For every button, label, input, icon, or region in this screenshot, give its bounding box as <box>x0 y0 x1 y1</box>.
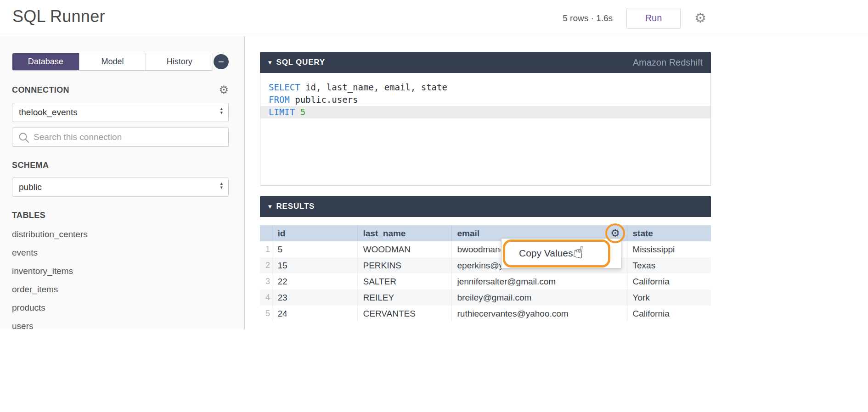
cell-id: 23 <box>272 290 357 306</box>
connection-select[interactable]: thelook_events ▴▾ <box>12 103 229 122</box>
table-item-order_items[interactable]: order_items <box>12 281 229 299</box>
search-icon <box>18 132 30 145</box>
run-button[interactable]: Run <box>626 8 681 29</box>
cell-state: California <box>627 306 711 322</box>
table-row: 15WOODMANbwoodman@Mississippi <box>260 241 711 257</box>
column-header-state[interactable]: state <box>627 225 711 241</box>
sql-editor[interactable]: SELECT id, last_name, email, stateFROM p… <box>260 73 711 186</box>
results-table: idlast_nameemailstate 15WOODMANbwoodman@… <box>260 225 711 322</box>
results-panel-title: RESULTS <box>276 202 315 211</box>
connection-select-value: thelook_events <box>19 107 78 117</box>
row-number: 4 <box>260 290 272 306</box>
cell-id: 22 <box>272 273 357 290</box>
table-row: 215PERKINSeperkins@yaTexas <box>260 257 711 273</box>
cell-email: jennifersalter@gmail.com <box>451 273 627 290</box>
cell-email: breiley@gmail.com <box>451 290 627 306</box>
top-bar-actions: 5 rows · 1.6s Run ⚙ <box>563 0 706 36</box>
results-body: 15WOODMANbwoodman@Mississippi215PERKINSe… <box>260 241 711 322</box>
tables-list: distribution_centerseventsinventory_item… <box>12 226 229 336</box>
table-item-users[interactable]: users <box>12 317 229 336</box>
top-bar: SQL Runner 5 rows · 1.6s Run ⚙ <box>0 0 868 36</box>
sidebar: DatabaseModelHistory − CONNECTION ⚙ thel… <box>0 36 245 329</box>
query-status-text: 5 rows · 1.6s <box>563 13 613 23</box>
results-header-row: idlast_nameemailstate <box>260 225 711 241</box>
cell-email: ruthiecervantes@yahoo.com <box>451 306 627 322</box>
row-number: 5 <box>260 306 272 322</box>
column-header-last_name[interactable]: last_name <box>357 225 451 241</box>
minus-icon: − <box>218 56 224 68</box>
cell-last_name: SALTER <box>357 273 451 290</box>
connection-heading: CONNECTION <box>12 85 69 95</box>
dialect-label: Amazon Redshift <box>633 57 703 68</box>
annotation-highlight-circle: ⚙ <box>605 223 625 243</box>
column-context-menu: Copy Values <box>501 238 621 268</box>
schema-select-value: public <box>19 182 42 192</box>
code-line: LIMIT 5 <box>260 106 710 118</box>
cell-state: California <box>627 273 711 290</box>
row-number: 3 <box>260 273 272 290</box>
row-number-header <box>260 225 272 241</box>
tab-model[interactable]: Model <box>79 53 147 70</box>
table-row: 524CERVANTESruthiecervantes@yahoo.comCal… <box>260 306 711 322</box>
cell-id: 5 <box>272 241 357 257</box>
sidebar-tabs-row: DatabaseModelHistory − <box>12 53 229 71</box>
results-panel-header: ▾ RESULTS <box>260 196 711 217</box>
table-item-distribution_centers[interactable]: distribution_centers <box>12 226 229 244</box>
caret-down-icon[interactable]: ▾ <box>268 58 272 67</box>
collapse-sidebar-button[interactable]: − <box>214 54 229 69</box>
cell-last_name: PERKINS <box>357 257 451 273</box>
column-gear-icon[interactable]: ⚙ <box>610 228 620 239</box>
schema-heading: SCHEMA <box>12 161 49 170</box>
cell-last_name: CERVANTES <box>357 306 451 322</box>
table-row: 423REILEYbreiley@gmail.comYork <box>260 290 711 306</box>
tables-heading: TABLES <box>12 211 45 220</box>
menu-item-copy-values[interactable]: Copy Values <box>502 239 621 268</box>
sidebar-tabs: DatabaseModelHistory <box>12 53 213 71</box>
connection-search <box>12 128 229 147</box>
row-number: 2 <box>260 257 272 273</box>
cell-state: Mississippi <box>627 241 711 257</box>
column-header-id[interactable]: id <box>272 225 357 241</box>
sql-runner-app: SQL Runner 5 rows · 1.6s Run ⚙ DatabaseM… <box>0 0 868 412</box>
tab-database[interactable]: Database <box>12 53 79 70</box>
cell-last_name: WOODMAN <box>357 241 451 257</box>
table-item-inventory_items[interactable]: inventory_items <box>12 262 229 281</box>
caret-down-icon[interactable]: ▾ <box>268 202 272 211</box>
settings-gear-icon[interactable]: ⚙ <box>694 11 706 25</box>
tab-history[interactable]: History <box>146 53 213 70</box>
main-content: ▾ SQL QUERY Amazon Redshift SELECT id, l… <box>260 52 711 322</box>
table-item-products[interactable]: products <box>12 299 229 317</box>
sql-query-panel-header: ▾ SQL QUERY Amazon Redshift <box>260 52 711 73</box>
updown-arrows-icon: ▴▾ <box>220 181 223 189</box>
cell-id: 24 <box>272 306 357 322</box>
schema-select[interactable]: public ▴▾ <box>12 178 229 197</box>
updown-arrows-icon: ▴▾ <box>220 106 223 115</box>
cell-state: York <box>627 290 711 306</box>
search-input[interactable] <box>12 128 228 146</box>
sql-query-panel-title: SQL QUERY <box>276 58 325 67</box>
code-line: SELECT id, last_name, email, state <box>260 81 710 94</box>
connection-gear-icon[interactable]: ⚙ <box>219 84 229 95</box>
cell-last_name: REILEY <box>357 290 451 306</box>
page-title: SQL Runner <box>12 7 105 26</box>
table-row: 322SALTERjennifersalter@gmail.comCalifor… <box>260 273 711 290</box>
code-line: FROM public.users <box>260 94 710 106</box>
cell-state: Texas <box>627 257 711 273</box>
row-number: 1 <box>260 241 272 257</box>
table-item-events[interactable]: events <box>12 244 229 262</box>
cell-id: 15 <box>272 257 357 273</box>
